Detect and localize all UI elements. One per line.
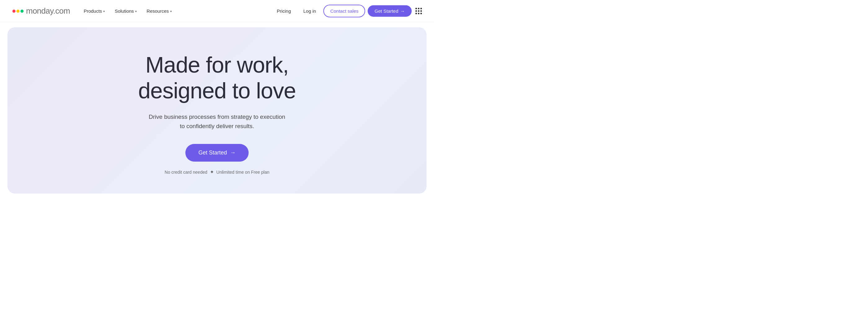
products-chevron-icon: ▾ [103, 10, 105, 13]
logo-dots [12, 10, 24, 13]
get-started-hero-button[interactable]: Get Started → [185, 144, 249, 162]
grid-dot-6 [421, 10, 422, 12]
grid-dot-3 [421, 8, 422, 9]
nav-links: Products ▾ Solutions ▾ Resources ▾ [80, 6, 176, 16]
hero-section: Made for work, designed to love Drive bu… [7, 27, 427, 193]
hero-subtitle: Drive business processes from strategy t… [149, 112, 285, 131]
nav-login[interactable]: Log in [299, 6, 321, 16]
grid-dot-5 [418, 10, 420, 12]
nav-resources[interactable]: Resources ▾ [143, 6, 176, 16]
grid-dot-4 [415, 10, 417, 12]
nav-pricing-label: Pricing [277, 8, 291, 13]
hero-title-line1: Made for work, [145, 53, 289, 77]
get-started-nav-label: Get Started [374, 8, 398, 13]
logo-suffix: .com [53, 6, 70, 16]
hero-disclaimer-part1: No credit card needed [165, 170, 207, 175]
solutions-chevron-icon: ▾ [135, 10, 137, 13]
grid-dot-1 [415, 8, 417, 9]
logo-dot-yellow [17, 10, 20, 13]
resources-chevron-icon: ▾ [170, 10, 172, 13]
hero-subtitle-line2: to confidently deliver results. [180, 123, 254, 129]
logo[interactable]: monday.com [12, 6, 70, 16]
logo-dot-green [21, 10, 24, 13]
get-started-hero-label: Get Started [198, 150, 227, 156]
nav-solutions[interactable]: Solutions ▾ [111, 6, 141, 16]
nav-solutions-label: Solutions [115, 8, 134, 13]
nav-products[interactable]: Products ▾ [80, 6, 108, 16]
logo-text: monday.com [26, 6, 70, 16]
apps-grid-icon[interactable] [415, 8, 422, 14]
navbar-left: monday.com Products ▾ Solutions ▾ Resour… [12, 6, 176, 16]
logo-icon [12, 10, 24, 13]
nav-login-label: Log in [304, 8, 316, 13]
grid-dot-9 [421, 13, 422, 14]
hero-disclaimer: No credit card needed ✦ Unlimited time o… [165, 169, 269, 175]
hero-disclaimer-separator-icon: ✦ [210, 169, 214, 175]
nav-products-label: Products [84, 8, 102, 13]
navbar-right: Pricing Log in Contact sales Get Started… [272, 5, 422, 18]
nav-resources-label: Resources [147, 8, 169, 13]
grid-dot-7 [415, 13, 417, 14]
hero-title-line2: designed to love [138, 78, 296, 103]
get-started-nav-button[interactable]: Get Started → [368, 5, 412, 17]
get-started-hero-arrow-icon: → [230, 150, 236, 156]
hero-disclaimer-part2: Unlimited time on Free plan [216, 170, 269, 175]
hero-title: Made for work, designed to love [138, 52, 296, 103]
contact-sales-label: Contact sales [330, 8, 359, 13]
logo-dot-red [12, 10, 16, 13]
contact-sales-button[interactable]: Contact sales [323, 5, 365, 18]
hero-subtitle-line1: Drive business processes from strategy t… [149, 114, 285, 120]
grid-dot-8 [418, 13, 420, 14]
get-started-nav-arrow-icon: → [400, 8, 405, 13]
nav-pricing[interactable]: Pricing [272, 6, 296, 16]
grid-dot-2 [418, 8, 420, 9]
navbar: monday.com Products ▾ Solutions ▾ Resour… [0, 0, 434, 22]
logo-wordmark: monday [26, 6, 53, 16]
